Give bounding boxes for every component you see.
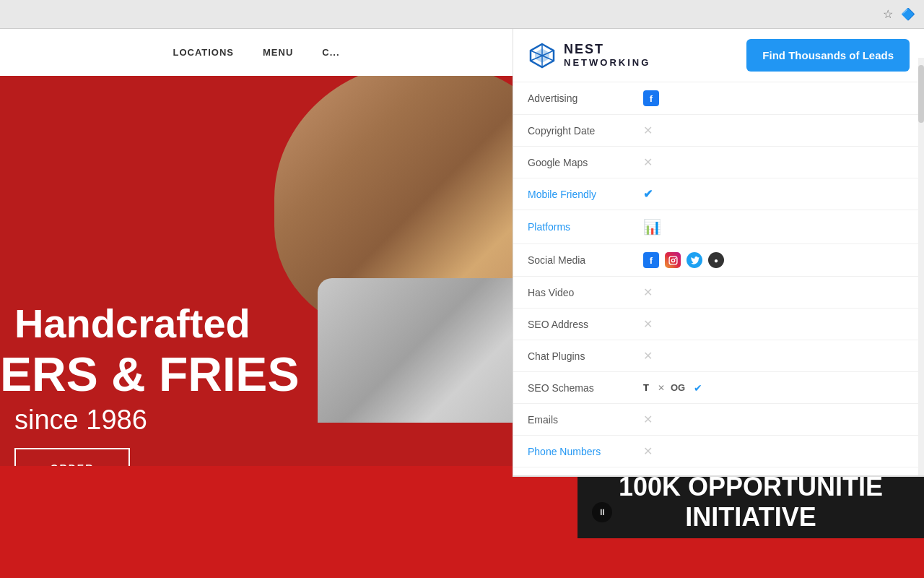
label-phone-numbers: Phone Numbers [528,446,643,457]
scrollbar-thumb[interactable] [918,65,924,123]
label-seo-address: SEO Address [528,319,643,330]
bottom-banner: 100K OPPORTUNITIE INITIATIVE [578,466,924,538]
label-seo-schemas: SEO Schemas [528,382,643,394]
seo-t-label: T [643,382,649,393]
row-domain-age: Domain Age 20 years [513,467,924,477]
star-icon[interactable]: ☆ [881,7,895,22]
value-phone-numbers: ✕ [643,444,653,458]
row-advertising: Advertising f [513,82,924,115]
extension-icon[interactable]: 🔷 [901,7,915,22]
extension-panel: NEST NETWORKING Find Thousands of Leads … [513,29,924,477]
value-platforms: 📊 [643,218,661,236]
svg-rect-5 [669,256,677,264]
social-facebook-icon: f [643,252,659,268]
value-google-maps: ✕ [643,155,653,169]
value-mobile-friendly: ✔ [643,187,653,201]
browser-chrome: ☆ 🔷 [0,0,924,29]
row-chat-plugins: Chat Plugins ✕ [513,340,924,372]
hero-text-2: ERS & FRIES [0,347,299,402]
panel-header: NEST NETWORKING Find Thousands of Leads [513,29,924,82]
panel-rows: Advertising f Copyright Date ✕ Google Ma… [513,82,924,477]
row-seo-schemas: SEO Schemas T ✕ OG ✔ [513,372,924,404]
label-emails: Emails [528,414,643,426]
label-mobile-friendly: Mobile Friendly [528,189,643,200]
seo-og-check: ✔ [694,382,702,394]
value-emails: ✕ [643,413,653,426]
cta-button[interactable]: Find Thousands of Leads [746,39,910,72]
seo-og-label: OG [671,382,685,393]
x-icon-chat: ✕ [643,349,653,363]
label-platforms: Platforms [528,221,643,233]
nest-networking-logo [528,41,557,70]
nav-more[interactable]: C... [322,47,339,58]
social-other-icon: ● [708,252,724,268]
row-has-video: Has Video ✕ [513,277,924,309]
nav-bar: LOCATIONS MENU C... [0,29,513,76]
logo-area: NEST NETWORKING [528,41,650,70]
x-icon-copyright: ✕ [643,124,653,137]
nav-menu[interactable]: MENU [263,47,293,58]
row-phone-numbers: Phone Numbers ✕ [513,436,924,467]
hero-text-1: Handcrafted [0,300,250,347]
hero-text-3: since 1986 [14,405,147,436]
row-copyright-date: Copyright Date ✕ [513,115,924,147]
label-social-media: Social Media [528,254,643,266]
row-mobile-friendly: Mobile Friendly ✔ [513,178,924,210]
value-advertising: f [643,90,659,106]
row-platforms: Platforms 📊 [513,210,924,244]
row-seo-address: SEO Address ✕ [513,309,924,340]
x-icon-video: ✕ [643,285,653,299]
label-google-maps: Google Maps [528,157,643,168]
social-instagram-icon [665,252,681,268]
nav-locations[interactable]: LOCATIONS [173,47,234,58]
pause-button[interactable]: ⏸ [592,502,612,522]
order-button[interactable]: ORDER [14,448,130,466]
value-copyright-date: ✕ [643,124,653,137]
logo-text: NEST NETWORKING [564,43,650,68]
x-icon-phone: ✕ [643,444,653,458]
check-icon-mobile: ✔ [643,187,653,201]
social-twitter-icon [687,252,702,268]
chart-icon-platforms: 📊 [643,218,661,236]
value-seo-schemas: T ✕ OG ✔ [643,382,702,394]
logo-subtitle: NETWORKING [564,57,650,68]
value-has-video: ✕ [643,285,653,299]
facebook-icon: f [643,90,659,106]
row-social-media: Social Media f ● [513,244,924,277]
row-google-maps: Google Maps ✕ [513,147,924,178]
value-chat-plugins: ✕ [643,349,653,363]
browser-toolbar: ☆ 🔷 [881,7,915,22]
svg-point-7 [674,257,676,259]
x-icon-google-maps: ✕ [643,155,653,169]
hero-section: Handcrafted ERS & FRIES since 1986 ORDER [0,76,578,466]
banner-text-2: INITIATIVE [619,502,883,532]
bottom-red-area [578,538,924,578]
label-has-video: Has Video [528,287,643,298]
seo-x-label: ✕ [658,383,665,393]
value-social-media: f ● [643,252,724,268]
label-copyright-date: Copyright Date [528,125,643,137]
svg-point-6 [671,259,674,262]
scrollbar[interactable] [918,58,924,477]
x-icon-emails: ✕ [643,413,653,426]
label-advertising: Advertising [528,92,643,104]
value-seo-address: ✕ [643,317,653,331]
logo-title: NEST [564,43,650,57]
row-emails: Emails ✕ [513,404,924,436]
label-chat-plugins: Chat Plugins [528,350,643,362]
x-icon-seo-address: ✕ [643,317,653,331]
